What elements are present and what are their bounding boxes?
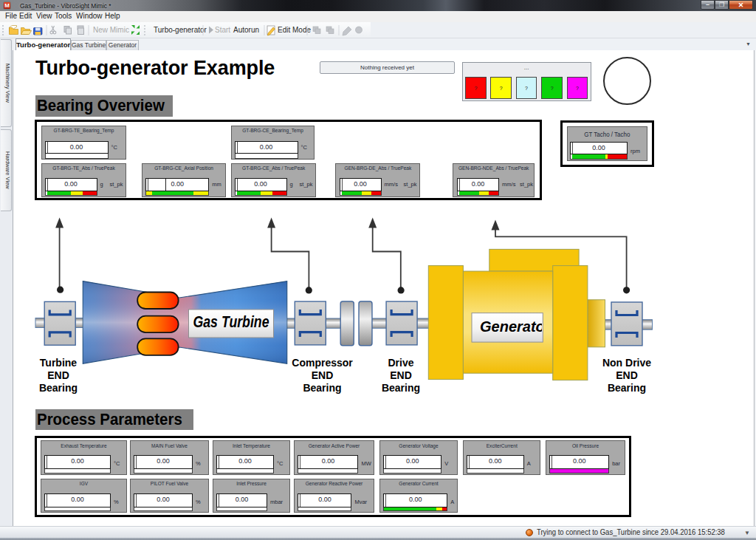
svg-text:Generator: Generator: [480, 318, 551, 335]
svg-text:Gas Turbine: Gas Turbine: [193, 312, 269, 331]
